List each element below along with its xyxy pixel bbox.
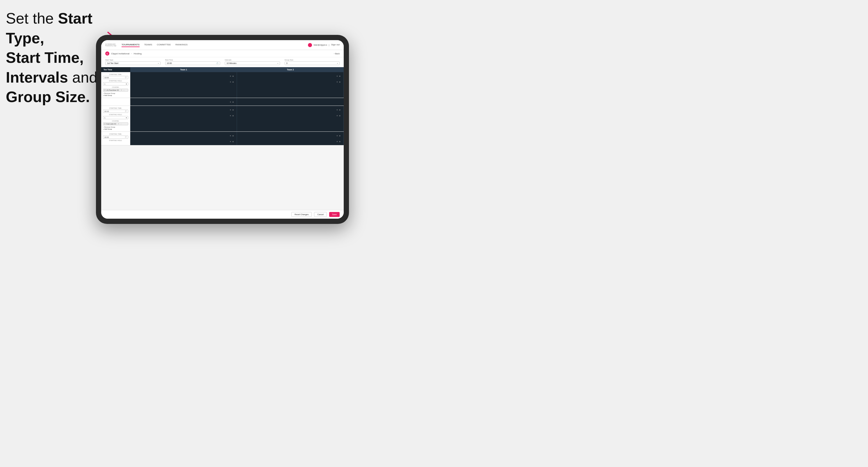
- starting-time-label-3: STARTING TIME:: [103, 133, 128, 135]
- remove-player-icon[interactable]: ✕: [230, 115, 231, 117]
- remove-player-icon[interactable]: ✕: [336, 81, 338, 83]
- remove-player-icon[interactable]: ✕: [336, 115, 338, 117]
- add-player-icon[interactable]: ⊕: [339, 109, 341, 111]
- player-row: ✕ ⊕: [132, 99, 235, 104]
- save-button[interactable]: Save: [329, 212, 340, 217]
- tablet-frame: SCOREBOARD Powered by clipp TOURNAMENTS …: [96, 35, 349, 224]
- player-row: ✕ ⊕: [132, 80, 235, 84]
- nav-items: TOURNAMENTS TEAMS COMMITTEE RANKINGS: [122, 43, 308, 47]
- start-type-field: Start Type 1st Tee Start ▾: [105, 59, 160, 65]
- player-row: ✕ ⊕: [239, 107, 342, 112]
- nav-teams[interactable]: TEAMS: [144, 43, 152, 47]
- add-player-icon[interactable]: ⊕: [339, 81, 341, 83]
- course-label-1: COURSE:: [103, 86, 128, 88]
- team2-cell-1: ✕ ⊕ ✕ ⊕: [237, 72, 344, 98]
- group-size-field: Group Size 3 ▾: [285, 59, 340, 65]
- start-type-label: Start Type: [105, 59, 160, 61]
- player-row: ✕ ⊕: [239, 80, 342, 84]
- intervals-select[interactable]: 10 Minutes ▾: [225, 61, 280, 65]
- chevron-down-icon-hole-1: ▾: [126, 83, 127, 85]
- col-tee-time: Tee Time: [101, 67, 130, 72]
- team1-cell-2: ✕ ⊕ ✕ ⊕: [130, 106, 237, 131]
- remove-player-icon[interactable]: ✕: [336, 75, 338, 77]
- remove-player-icon[interactable]: ✕: [336, 141, 338, 143]
- starting-time-input-2[interactable]: 10:10 ⏱: [103, 110, 128, 113]
- remove-player-icon[interactable]: ✕: [336, 109, 338, 111]
- add-player-icon[interactable]: ⊕: [232, 81, 234, 83]
- tee-cell-2: STARTING TIME: 10:10 ⏱ STARTING HOLE: 1 …: [101, 106, 130, 131]
- tee-cell-3: STARTING TIME: 10:20 ⏱ STARTING HOLE:: [101, 132, 130, 145]
- group-size-label: Group Size: [285, 59, 340, 61]
- nav-tournaments[interactable]: TOURNAMENTS: [122, 43, 140, 47]
- add-player-icon[interactable]: ⊕: [339, 141, 341, 143]
- back-button[interactable]: ‹ Back: [334, 53, 340, 55]
- chevron-down-icon-2: ▾: [277, 62, 278, 64]
- navbar: SCOREBOARD Powered by clipp TOURNAMENTS …: [101, 40, 344, 50]
- starting-hole-input-2[interactable]: 1 ▾: [103, 116, 128, 119]
- course-tag-2: ⬡ East Lake GC ✕ ⋯: [103, 122, 128, 125]
- player-row: ✕ ⊕: [132, 73, 235, 78]
- clock-icon-1: ⏱: [125, 76, 127, 79]
- player-row: ✕ ⊕: [239, 133, 342, 138]
- section-label: Hosting: [134, 52, 142, 55]
- player-row: ✕ ⊕: [132, 139, 235, 144]
- add-player-icon[interactable]: ⊕: [232, 109, 234, 111]
- player-row: ✕ ⊕: [132, 107, 235, 112]
- team1-cell-3: ✕ ⊕ ✕ ⊕: [130, 132, 237, 145]
- team1-sub-cell-1: ✕ ⊕: [130, 98, 237, 105]
- user-email: blair@clippd.io: [314, 44, 327, 46]
- remove-player-icon[interactable]: ✕: [230, 135, 231, 137]
- add-player-icon[interactable]: ⊕: [339, 75, 341, 77]
- add-player-icon[interactable]: ⊕: [339, 115, 341, 117]
- add-player-icon[interactable]: ⊕: [232, 101, 234, 103]
- nav-committee[interactable]: COMMITTEE: [157, 43, 171, 47]
- chevron-down-icon-3: ▾: [337, 62, 338, 64]
- start-time-select[interactable]: 10:00 🕐: [165, 61, 220, 65]
- settings-bar: Start Type 1st Tee Start ▾ Start Time 10…: [101, 57, 344, 67]
- start-type-select[interactable]: 1st Tee Start ▾: [105, 61, 160, 65]
- nav-separator: |: [329, 44, 330, 46]
- starting-hole-input-1[interactable]: 1 ▾: [103, 82, 128, 86]
- starting-time-input-3[interactable]: 10:20 ⏱: [103, 135, 128, 139]
- add-player-icon[interactable]: ⊕: [232, 141, 234, 143]
- add-player-icon[interactable]: ⊕: [232, 115, 234, 117]
- sign-out-link[interactable]: Sign out: [331, 43, 340, 47]
- remove-group-1[interactable]: ○ Remove Group: [103, 92, 128, 94]
- remove-player-icon[interactable]: ✕: [336, 135, 338, 137]
- team2-cell-3: ✕ ⊕ ✕ ⊕: [237, 132, 344, 145]
- remove-player-icon[interactable]: ✕: [230, 141, 231, 143]
- nav-rankings[interactable]: RANKINGS: [175, 43, 188, 47]
- course-label-2: COURSE:: [103, 120, 128, 122]
- add-player-icon[interactable]: ⊕: [232, 135, 234, 137]
- table-row: ✕ ⊕: [101, 98, 344, 106]
- tournament-link[interactable]: Clippd Invitational: [111, 52, 129, 55]
- cancel-button[interactable]: Cancel: [314, 212, 327, 217]
- add-group-1[interactable]: + Add Group: [103, 94, 128, 96]
- clock-icon-2: ⏱: [125, 110, 127, 112]
- starting-time-label-1: STARTING TIME:: [103, 73, 128, 75]
- user-avatar: [308, 43, 312, 47]
- add-group-2[interactable]: + Add Group: [103, 128, 128, 130]
- table-row: STARTING TIME: 10:20 ⏱ STARTING HOLE: ✕ …: [101, 132, 344, 146]
- table-row: STARTING TIME: 10:00 ⏱ STARTING HOLE: 1 …: [101, 72, 344, 98]
- team2-cell-2: ✕ ⊕ ✕ ⊕: [237, 106, 344, 131]
- reset-changes-button[interactable]: Reset Changes: [291, 212, 312, 217]
- remove-player-icon[interactable]: ✕: [230, 81, 231, 83]
- start-time-field: Start Time 10:00 🕐: [165, 59, 220, 65]
- starting-time-input-1[interactable]: 10:00 ⏱: [103, 76, 128, 79]
- tee-cell-1: STARTING TIME: 10:00 ⏱ STARTING HOLE: 1 …: [101, 72, 130, 98]
- breadcrumb-bar: C Clippd Invitational › Hosting ‹ Back: [101, 50, 344, 57]
- group-actions-2: ○ Remove Group + Add Group: [103, 126, 128, 130]
- remove-player-icon[interactable]: ✕: [230, 101, 231, 103]
- add-player-icon[interactable]: ⊕: [339, 135, 341, 137]
- breadcrumb: C Clippd Invitational › Hosting: [105, 52, 142, 56]
- add-player-icon[interactable]: ⊕: [232, 75, 234, 77]
- remove-player-icon[interactable]: ✕: [230, 109, 231, 111]
- remove-player-icon[interactable]: ✕: [230, 75, 231, 77]
- remove-group-2[interactable]: ○ Remove Group: [103, 126, 128, 128]
- group-size-select[interactable]: 3 ▾: [285, 61, 340, 65]
- tablet-screen: SCOREBOARD Powered by clipp TOURNAMENTS …: [101, 40, 344, 219]
- starting-hole-label-2: STARTING HOLE:: [103, 114, 128, 116]
- team1-cell-1: ✕ ⊕ ✕ ⊕: [130, 72, 237, 98]
- footer-bar: Reset Changes Cancel Save: [101, 210, 344, 219]
